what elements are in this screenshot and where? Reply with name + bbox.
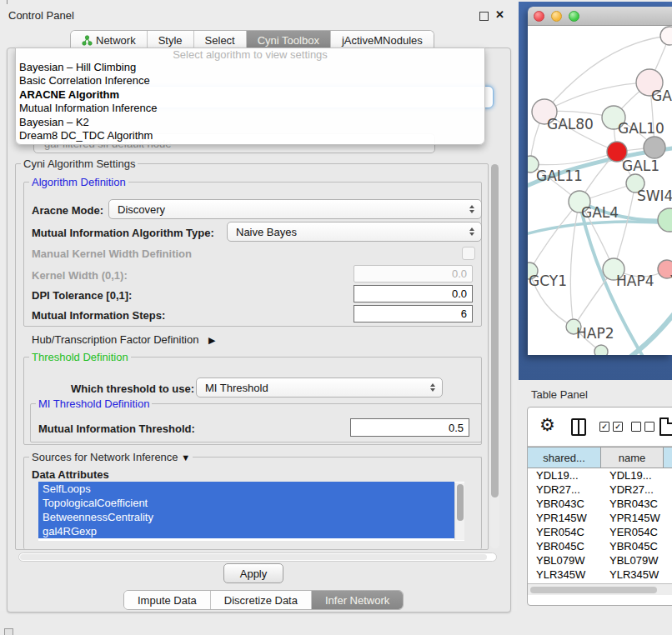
column-header-name[interactable]: name xyxy=(601,447,664,468)
node-label-gal80: GAL80 xyxy=(547,116,594,132)
which-threshold-combo[interactable]: MI Threshold xyxy=(196,378,443,398)
network-node-gray[interactable] xyxy=(644,137,665,158)
close-icon[interactable]: ✕ xyxy=(495,8,504,21)
settings-group-title: Cyni Algorithm Settings xyxy=(21,158,138,170)
attribute-item-topologicalcoefficient[interactable]: TopologicalCoefficient xyxy=(38,496,454,510)
column-header-shared[interactable]: shared... xyxy=(528,447,601,468)
attribute-item-betweennesscentrality[interactable]: BetweennessCentrality xyxy=(38,510,454,524)
algorithm-item-dream8-dc-tdc-algorithm[interactable]: Dream8 DC_TDC Algorithm xyxy=(16,129,484,142)
kernel-width-field[interactable] xyxy=(354,265,473,282)
tab-jactivemnodules[interactable]: jActiveMNodules xyxy=(331,31,434,49)
table-cell xyxy=(664,553,672,568)
minimized-panel-icon[interactable] xyxy=(4,628,13,635)
algorithm-item-aracne-algorithm[interactable]: ARACNE Algorithm xyxy=(16,88,484,102)
table-row[interactable]: YER054CYER054C8. xyxy=(528,525,672,539)
column-header-a[interactable]: A xyxy=(664,447,672,468)
network-canvas[interactable]: GALGAL80GAL10GAL1GAL11SWI4GAL4GCY1HAP4YH… xyxy=(528,26,672,355)
deselect-all-icon2[interactable] xyxy=(644,422,654,432)
minimize-traffic-light-icon[interactable] xyxy=(551,11,562,22)
algorithm-item-bayesian-hill-climbing[interactable]: Bayesian – Hill Climbing xyxy=(16,61,484,74)
gear-icon[interactable]: ⚙ xyxy=(539,415,555,435)
deselect-all-icon[interactable] xyxy=(631,422,641,432)
network-node-bottom[interactable] xyxy=(594,345,608,355)
float-window-icon[interactable] xyxy=(479,12,489,21)
hub-definition-toggle[interactable]: Hub/Transcription Factor Definition ▶ xyxy=(32,333,215,346)
mi-steps-field[interactable] xyxy=(354,305,473,322)
network-edge[interactable] xyxy=(529,202,579,271)
sources-title[interactable]: Sources for Network Inference ▼ xyxy=(29,451,193,463)
collapsed-arrow-icon: ▶ xyxy=(208,335,215,346)
node-label-gal4: GAL4 xyxy=(581,204,619,221)
tab-label: Network xyxy=(96,34,136,47)
tab-label: Style xyxy=(158,34,183,47)
network-edge[interactable] xyxy=(528,222,672,236)
table-row[interactable]: YDL19...YDL19...13 xyxy=(528,468,672,482)
tab-network[interactable]: Network xyxy=(71,31,148,49)
table-cell xyxy=(664,497,672,511)
network-node-swi4[interactable] xyxy=(658,208,672,232)
attributes-scrollbar[interactable] xyxy=(454,482,464,540)
table-cell: YBL079W xyxy=(528,553,601,568)
table-cell: 9. xyxy=(664,539,672,553)
manual-kernel-label: Manual Kernel Width Definition xyxy=(32,248,192,260)
tab-select[interactable]: Select xyxy=(194,31,247,49)
attributes-scrollbar-thumb[interactable] xyxy=(457,484,464,521)
tab-infer-network[interactable]: Infer Network xyxy=(312,591,403,609)
network-icon xyxy=(82,35,93,46)
algorithm-item-bayesian-k2[interactable]: Bayesian – K2 xyxy=(16,116,484,129)
settings-horizontal-scrollbar[interactable] xyxy=(18,552,497,562)
select-all-icon[interactable]: ✓ xyxy=(599,422,609,432)
tab-style[interactable]: Style xyxy=(148,31,194,49)
select-all-icon2[interactable]: ✓ xyxy=(613,422,623,432)
algorithm-item-basic-correlation-inference[interactable]: Basic Correlation Inference xyxy=(16,74,484,88)
table-cell: YER054C xyxy=(601,525,664,539)
table-panel: ⚙ ✓ ✓ shared...nameA YDL19...YDL19...13Y… xyxy=(527,407,672,606)
data-attributes-label: Data Attributes xyxy=(32,468,109,481)
which-threshold-label: Which threshold to use: xyxy=(71,382,194,395)
network-edge[interactable] xyxy=(570,202,579,327)
close-traffic-light-icon[interactable] xyxy=(534,11,544,22)
new-table-icon[interactable] xyxy=(659,418,672,436)
algorithm-item-mutual-information-inference[interactable]: Mutual Information Inference xyxy=(16,102,484,115)
aracne-mode-label: Aracne Mode: xyxy=(32,204,103,217)
mi-algorithm-type-label: Mutual Information Algorithm Type: xyxy=(32,227,214,239)
tab-label: jActiveMNodules xyxy=(342,34,423,47)
network-edge[interactable] xyxy=(614,183,635,269)
table-horizontal-scrollbar[interactable] xyxy=(528,583,672,595)
manual-kernel-checkbox[interactable] xyxy=(462,247,475,260)
table-cell: YBR043C xyxy=(601,497,664,511)
table-cell: YBR043C xyxy=(528,497,601,511)
attribute-item-selfloops[interactable]: SelfLoops xyxy=(38,482,454,496)
tab-label: Cyni Toolbox xyxy=(258,34,319,47)
network-node-topright[interactable] xyxy=(660,27,672,45)
mi-algorithm-type-combo[interactable]: Naive Bayes xyxy=(227,222,482,242)
settings-horizontal-scrollbar-thumb[interactable] xyxy=(20,554,487,560)
tab-discretize-data[interactable]: Discretize Data xyxy=(211,591,312,609)
attribute-item-gal4rgexp[interactable]: gal4RGexp xyxy=(38,524,454,538)
tab-label: Select xyxy=(205,34,235,47)
network-window-titlebar[interactable] xyxy=(528,7,672,26)
table-cell: YER054C xyxy=(528,525,601,539)
table-row[interactable]: YPR145WYPR145W9. xyxy=(528,511,672,525)
hub-definition-label: Hub/Transcription Factor Definition xyxy=(32,333,198,346)
mi-threshold-field[interactable] xyxy=(350,418,469,437)
table-horizontal-scrollbar-thumb[interactable] xyxy=(530,587,657,593)
tab-impute-data[interactable]: Impute Data xyxy=(124,591,211,609)
table-row[interactable]: YBL079WYBL079W xyxy=(528,553,672,568)
apply-button[interactable]: Apply xyxy=(223,563,283,583)
table-cell: YDR27... xyxy=(601,482,664,497)
zoom-traffic-light-icon[interactable] xyxy=(569,11,579,22)
aracne-mode-combo[interactable]: Discovery xyxy=(108,199,482,219)
settings-vertical-scrollbar[interactable] xyxy=(490,164,499,548)
node-label-gal10: GAL10 xyxy=(618,120,664,137)
split-pane-icon[interactable] xyxy=(571,418,586,436)
dpi-tolerance-field[interactable] xyxy=(354,285,473,302)
tab-cyni-toolbox[interactable]: Cyni Toolbox xyxy=(247,31,331,49)
settings-vertical-scrollbar-thumb[interactable] xyxy=(491,164,499,498)
table-row[interactable]: YLR345WYLR345W9. xyxy=(528,568,672,582)
table-row[interactable]: YBR043CYBR043C xyxy=(528,497,672,511)
table-row[interactable]: YBR045CYBR045C9. xyxy=(528,539,672,553)
table-cell: YLR345W xyxy=(528,568,601,582)
network-view-window: GALGAL80GAL10GAL1GAL11SWI4GAL4GCY1HAP4YH… xyxy=(528,7,672,355)
table-row[interactable]: YDR27...YDR27...12 xyxy=(528,482,672,497)
